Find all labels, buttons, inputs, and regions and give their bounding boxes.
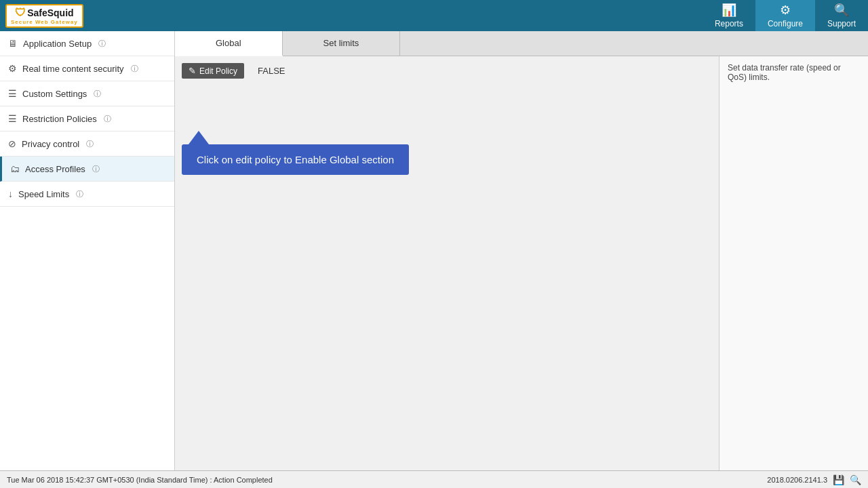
- access-profiles-icon: 🗂: [10, 163, 20, 174]
- configure-icon: ⚙: [780, 3, 791, 18]
- sidebar-item-restriction-policies-label: Restriction Policies: [22, 114, 97, 124]
- sidebar-item-speed-limits[interactable]: ↓ Speed Limits ⓘ: [0, 182, 174, 207]
- application-setup-help-icon[interactable]: ⓘ: [98, 39, 106, 49]
- sidebar-item-application-setup-label: Application Setup: [23, 39, 92, 49]
- sidebar-item-real-time-content-label: Real time content security: [22, 64, 124, 74]
- policy-value: FALSE: [258, 66, 285, 76]
- custom-settings-help-icon[interactable]: ⓘ: [94, 89, 101, 99]
- restriction-policies-icon: ☰: [8, 113, 17, 124]
- logo-title: 🛡 SafeSquid: [15, 7, 73, 19]
- reports-icon: 📊: [722, 3, 736, 18]
- support-icon: 🔍: [834, 3, 849, 18]
- edit-policy-label: Edit Policy: [199, 66, 237, 76]
- application-setup-icon: 🖥: [8, 38, 18, 49]
- access-profiles-help-icon[interactable]: ⓘ: [92, 164, 100, 174]
- tooltip-overlay: Click on edit policy to Enable Global se…: [182, 131, 409, 175]
- search-status-icon[interactable]: 🔍: [850, 474, 861, 485]
- privacy-control-icon: ⊘: [8, 138, 16, 149]
- status-right: 2018.0206.2141.3 💾 🔍: [767, 474, 861, 485]
- status-text: Tue Mar 06 2018 15:42:37 GMT+0530 (India…: [7, 476, 273, 484]
- edit-pencil-icon: ✎: [189, 66, 196, 76]
- speed-limits-icon: ↓: [8, 188, 13, 199]
- sidebar-item-custom-settings[interactable]: ☰ Custom Settings ⓘ: [0, 81, 174, 106]
- real-time-content-icon: ⚙: [8, 63, 17, 74]
- tabs-bar: Global Set limits: [175, 31, 868, 56]
- nav-buttons: 📊 Reports ⚙ Configure 🔍 Support: [703, 0, 868, 31]
- speed-limits-help-icon[interactable]: ⓘ: [76, 189, 83, 199]
- sidebar-item-privacy-control[interactable]: ⊘ Privacy control ⓘ: [0, 131, 174, 157]
- tab-global-label: Global: [216, 38, 241, 48]
- reports-label: Reports: [715, 19, 743, 28]
- privacy-control-help-icon[interactable]: ⓘ: [86, 139, 94, 149]
- support-nav-button[interactable]: 🔍 Support: [815, 0, 868, 31]
- save-status-icon[interactable]: 💾: [833, 474, 844, 485]
- custom-settings-icon: ☰: [8, 88, 17, 99]
- logo-container: 🛡 SafeSquid Secure Web Gateway: [5, 4, 83, 28]
- restriction-policies-help-icon[interactable]: ⓘ: [104, 114, 111, 124]
- content-area: Global Set limits ✎ Edit Policy FALSE: [175, 31, 868, 470]
- tab-global[interactable]: Global: [175, 31, 283, 56]
- status-bar: Tue Mar 06 2018 15:42:37 GMT+0530 (India…: [0, 470, 868, 488]
- content-with-panel: ✎ Edit Policy FALSE Click on edit policy…: [175, 56, 868, 470]
- logo-subtitle: Secure Web Gateway: [11, 19, 78, 25]
- configure-nav-button[interactable]: ⚙ Configure: [755, 0, 815, 31]
- main-content: ✎ Edit Policy FALSE Click on edit policy…: [175, 56, 719, 470]
- sidebar-item-restriction-policies[interactable]: ☰ Restriction Policies ⓘ: [0, 106, 174, 131]
- sidebar: 🖥 Application Setup ⓘ ⚙ Real time conten…: [0, 31, 175, 470]
- tab-set-limits[interactable]: Set limits: [283, 31, 401, 56]
- sidebar-item-privacy-control-label: Privacy control: [22, 139, 79, 149]
- main-layout: 🖥 Application Setup ⓘ ⚙ Real time conten…: [0, 31, 868, 470]
- right-panel-info: Set data transfer rate (speed or QoS) li…: [719, 56, 868, 470]
- edit-policy-button[interactable]: ✎ Edit Policy: [182, 63, 244, 79]
- tooltip-text: Click on edit policy to Enable Global se…: [197, 154, 394, 165]
- sidebar-item-real-time-content[interactable]: ⚙ Real time content security ⓘ: [0, 56, 174, 81]
- sidebar-item-speed-limits-label: Speed Limits: [18, 189, 69, 199]
- reports-nav-button[interactable]: 📊 Reports: [703, 0, 755, 31]
- logo-shield-icon: 🛡: [15, 7, 26, 19]
- sidebar-item-application-setup[interactable]: 🖥 Application Setup ⓘ: [0, 31, 174, 56]
- top-navbar: 🛡 SafeSquid Secure Web Gateway 📊 Reports…: [0, 0, 868, 31]
- logo-text: SafeSquid: [27, 7, 73, 18]
- real-time-content-help-icon[interactable]: ⓘ: [131, 64, 138, 74]
- logo-box: 🛡 SafeSquid Secure Web Gateway: [5, 4, 83, 28]
- tooltip-arrow: [189, 131, 209, 144]
- support-label: Support: [827, 19, 856, 28]
- configure-label: Configure: [768, 19, 803, 28]
- right-panel-info-text: Set data transfer rate (speed or QoS) li…: [728, 63, 841, 82]
- sidebar-item-access-profiles[interactable]: 🗂 Access Profiles ⓘ: [0, 157, 174, 182]
- edit-policy-row: ✎ Edit Policy FALSE: [182, 63, 712, 79]
- sidebar-item-access-profiles-label: Access Profiles: [25, 164, 85, 174]
- sidebar-item-custom-settings-label: Custom Settings: [22, 89, 87, 99]
- version-text: 2018.0206.2141.3: [767, 476, 827, 484]
- tab-set-limits-label: Set limits: [323, 38, 359, 48]
- tooltip-box: Click on edit policy to Enable Global se…: [182, 144, 409, 175]
